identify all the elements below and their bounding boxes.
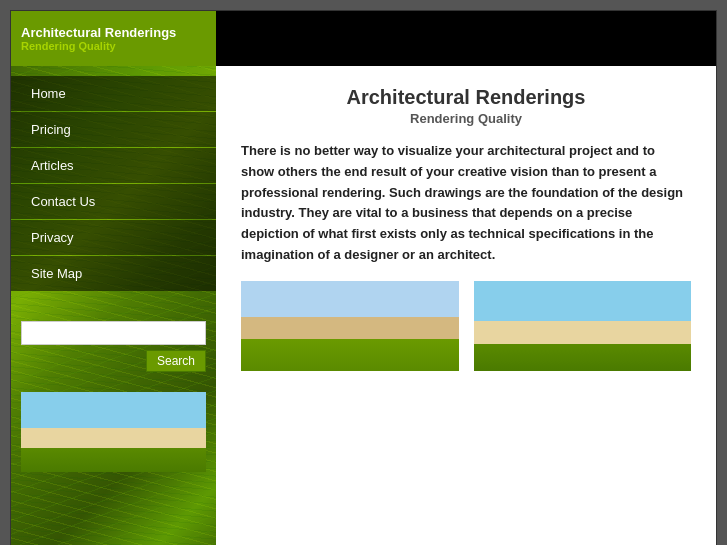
sidebar: Home Pricing Articles Contact Us Privacy… [11, 66, 216, 545]
sidebar-thumbnail [21, 392, 206, 472]
page-wrapper: Architectural Renderings Rendering Quali… [10, 10, 717, 545]
site-subtitle: Rendering Quality [21, 40, 206, 52]
search-button[interactable]: Search [146, 350, 206, 372]
site-header: Architectural Renderings Rendering Quali… [11, 11, 716, 66]
sidebar-item-home[interactable]: Home [11, 76, 216, 111]
sidebar-item-contact[interactable]: Contact Us [11, 184, 216, 219]
content-title: Architectural Renderings [241, 86, 691, 109]
sidebar-item-sitemap[interactable]: Site Map [11, 256, 216, 291]
main-layout: Home Pricing Articles Contact Us Privacy… [11, 66, 716, 545]
house-image-2-visual [474, 281, 692, 371]
search-input[interactable] [21, 321, 206, 345]
sidebar-item-privacy[interactable]: Privacy [11, 220, 216, 255]
house-image-2 [474, 281, 692, 371]
search-area: Search [11, 306, 216, 377]
header-banner [216, 11, 716, 66]
site-title: Architectural Renderings [21, 25, 206, 40]
sidebar-item-pricing[interactable]: Pricing [11, 112, 216, 147]
sidebar-nav: Home Pricing Articles Contact Us Privacy… [11, 66, 216, 291]
house-image-1 [241, 281, 459, 371]
header-logo: Architectural Renderings Rendering Quali… [11, 11, 216, 66]
sidebar-item-articles[interactable]: Articles [11, 148, 216, 183]
content-area: Architectural Renderings Rendering Quali… [216, 66, 716, 545]
content-body: There is no better way to visualize your… [241, 141, 691, 266]
house-image-1-visual [241, 281, 459, 371]
content-subtitle: Rendering Quality [241, 111, 691, 126]
content-images [241, 281, 691, 371]
sidebar-house-image [21, 392, 206, 472]
